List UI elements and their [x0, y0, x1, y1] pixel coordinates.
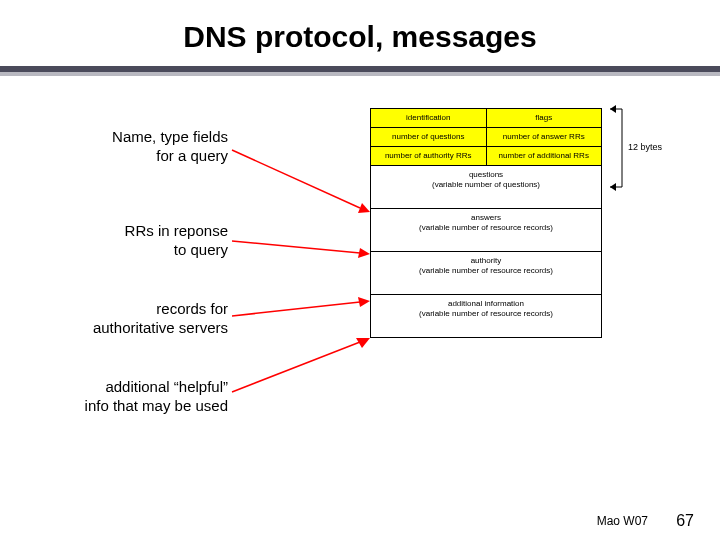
cell-num-answer-rrs: number of answer RRs	[487, 128, 602, 146]
header-size-label: 12 bytes	[628, 142, 662, 152]
cell-body: authority (variable number of resource r…	[371, 252, 601, 294]
svg-line-7	[232, 241, 360, 253]
cell-num-authority-rrs: number of authority RRs	[371, 147, 487, 165]
label-line: to query	[174, 241, 228, 258]
cell-flags: flags	[487, 109, 602, 127]
arrow-answers	[230, 235, 375, 265]
label-response-rrs: RRs in reponse to query	[30, 222, 228, 260]
arrow-authority	[230, 296, 375, 322]
label-line: Name, type fields	[112, 128, 228, 145]
arrow-additional	[230, 334, 375, 398]
section-authority: authority (variable number of resource r…	[370, 251, 602, 294]
label-line: RRs in reponse	[125, 222, 228, 239]
slide-title: DNS protocol, messages	[0, 20, 720, 54]
label-line: for a query	[156, 147, 228, 164]
cell-num-additional-rrs: number of additional RRs	[487, 147, 602, 165]
label-line: records for	[156, 300, 228, 317]
svg-line-5	[232, 150, 360, 208]
label-line: authoritative servers	[93, 319, 228, 336]
section-title: authority	[471, 256, 502, 265]
arrow-questions	[230, 140, 375, 220]
label-additional: additional “helpful” info that may be us…	[30, 378, 228, 416]
section-title: additional information	[448, 299, 524, 308]
svg-marker-4	[610, 183, 616, 191]
header-row-3: number of authority RRs number of additi…	[370, 146, 602, 165]
svg-marker-10	[358, 297, 370, 307]
header-row-2: number of questions number of answer RRs	[370, 127, 602, 146]
header-row-1: identification flags	[370, 108, 602, 127]
cell-num-questions: number of questions	[371, 128, 487, 146]
header-size-bracket	[610, 108, 624, 188]
title-rule-light	[0, 72, 720, 76]
dns-message-table: identification flags number of questions…	[370, 108, 602, 338]
svg-line-9	[232, 302, 360, 316]
label-line: info that may be used	[85, 397, 228, 414]
section-additional: additional information (variable number …	[370, 294, 602, 338]
section-answers: answers (variable number of resource rec…	[370, 208, 602, 251]
cell-body: questions (variable number of questions)	[371, 166, 601, 208]
label-query-fields: Name, type fields for a query	[30, 128, 228, 166]
svg-marker-8	[358, 248, 370, 258]
svg-line-11	[232, 342, 360, 392]
footer-page-number: 67	[676, 512, 694, 530]
cell-body: answers (variable number of resource rec…	[371, 209, 601, 251]
cell-body: additional information (variable number …	[371, 295, 601, 337]
footer-author: Mao W07	[597, 514, 648, 528]
section-title: questions	[469, 170, 503, 179]
section-desc: (variable number of resource records)	[419, 223, 553, 232]
section-title: answers	[471, 213, 501, 222]
section-questions: questions (variable number of questions)	[370, 165, 602, 208]
section-desc: (variable number of resource records)	[419, 266, 553, 275]
cell-identification: identification	[371, 109, 487, 127]
section-desc: (variable number of questions)	[432, 180, 540, 189]
svg-marker-3	[610, 105, 616, 113]
label-authority: records for authoritative servers	[30, 300, 228, 338]
section-desc: (variable number of resource records)	[419, 309, 553, 318]
label-line: additional “helpful”	[105, 378, 228, 395]
